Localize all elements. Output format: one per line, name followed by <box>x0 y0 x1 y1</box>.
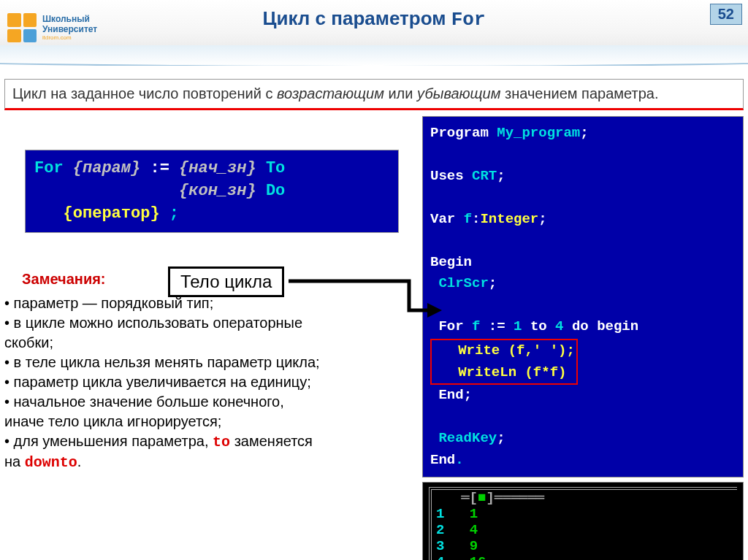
kw-do: Do <box>266 182 285 200</box>
note-2b: скобки; <box>4 333 413 353</box>
note-5b: иначе тело цикла игнорируется; <box>4 412 413 431</box>
title-main: Цикл с параметром <box>262 7 451 29</box>
intro-box: Цикл на заданное число повторений с возр… <box>4 79 744 110</box>
syntax-op: {оператор} <box>64 204 160 223</box>
syntax-box: For {парам} := {нач_зн} To {кон_зн} Do {… <box>25 150 399 233</box>
slide-title: Цикл с параметром For <box>262 7 485 31</box>
intro-italic-1: возрастающим <box>277 85 384 101</box>
note-3: • в теле цикла нельзя менять параметр ци… <box>4 353 413 372</box>
syntax-assign: := <box>150 159 169 177</box>
intro-post: значением параметра. <box>500 85 658 101</box>
kw-to: To <box>266 159 285 177</box>
syntax-end: {кон_зн} <box>179 182 256 200</box>
syntax-start: {нач_зн} <box>179 159 256 177</box>
slide-header: Школьный Университет itdrom.com Цикл с п… <box>0 0 748 57</box>
title-for: For <box>451 9 486 31</box>
code-panel: Program My_program; Uses CRT; Var f:Inte… <box>422 116 744 477</box>
logo: Школьный Университет itdrom.com <box>0 6 97 50</box>
kw-for: For <box>34 159 64 177</box>
loop-body-highlight: Write (f,' '); WriteLn (f*f) <box>430 339 578 385</box>
left-column: For {парам} := {нач_зн} To {кон_зн} Do {… <box>0 113 422 560</box>
note-4: • параметр цикла увеличивается на единиц… <box>4 372 413 392</box>
syntax-param: {парам} <box>73 159 140 177</box>
logo-text-1: Школьный <box>42 15 97 24</box>
intro-pre: Цикл на заданное число повторений с <box>12 85 277 101</box>
note-6: • для уменьшения параметра, to заменяетс… <box>4 431 413 452</box>
note-2: • в цикле можно использовать операторные <box>4 313 413 333</box>
logo-sub: itdrom.com <box>42 34 97 41</box>
logo-icon <box>7 13 37 42</box>
body-label: Тело цикла <box>168 266 284 297</box>
right-column: Program My_program; Uses CRT; Var f:Inte… <box>422 113 748 560</box>
notes-list: • параметр — порядковый тип; • в цикле м… <box>4 294 419 472</box>
logo-text-2: Университет <box>42 25 97 34</box>
page-number: 52 <box>710 4 742 25</box>
output-title-bar: ═[■]══════ <box>436 490 737 506</box>
syntax-semi: ; <box>169 204 179 223</box>
note-6c: на downto. <box>4 452 413 472</box>
header-decoration <box>0 45 748 66</box>
code-downto: downto <box>25 454 77 471</box>
code-to: to <box>213 434 230 450</box>
output-panel: ═[■]══════ 1 1 2 4 3 9 4 16 <box>422 482 744 560</box>
intro-italic-2: убывающим <box>417 85 500 101</box>
intro-mid: или <box>384 85 417 101</box>
note-5: • начальное значение больше конечного, <box>4 392 413 412</box>
main-content: For {парам} := {нач_зн} To {кон_зн} Do {… <box>0 113 748 560</box>
